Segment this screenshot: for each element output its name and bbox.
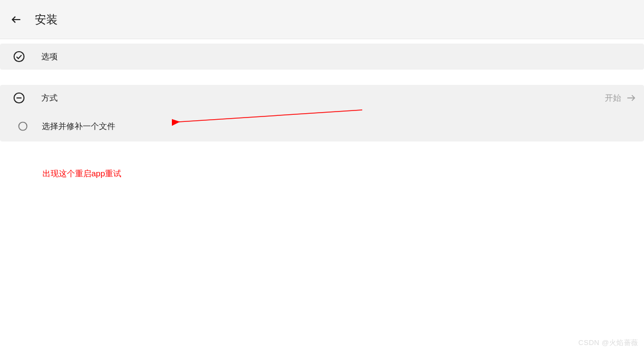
header-bar: 安装 (0, 0, 644, 39)
method-label: 方式 (41, 93, 605, 103)
svg-point-5 (19, 122, 27, 131)
svg-point-1 (14, 52, 24, 61)
arrow-right-icon (626, 93, 636, 103)
minus-circle-icon (13, 92, 25, 104)
radio-unchecked-icon (17, 121, 28, 132)
page-title: 安装 (35, 12, 58, 27)
watermark: CSDN @火焰蔷薇 (578, 338, 639, 348)
check-circle-icon (13, 51, 25, 63)
file-option-row[interactable]: 选择并修补一个文件 (0, 111, 644, 141)
annotation-note: 出现这个重启app重试 (42, 169, 644, 179)
file-option-label: 选择并修补一个文件 (42, 121, 115, 132)
method-header[interactable]: 方式 开始 (0, 85, 644, 111)
options-label: 选项 (41, 52, 58, 62)
back-arrow-icon[interactable] (10, 13, 23, 26)
options-section[interactable]: 选项 (0, 44, 644, 70)
start-text: 开始 (605, 93, 621, 103)
method-section: 方式 开始 选择并修补一个文件 (0, 85, 644, 141)
